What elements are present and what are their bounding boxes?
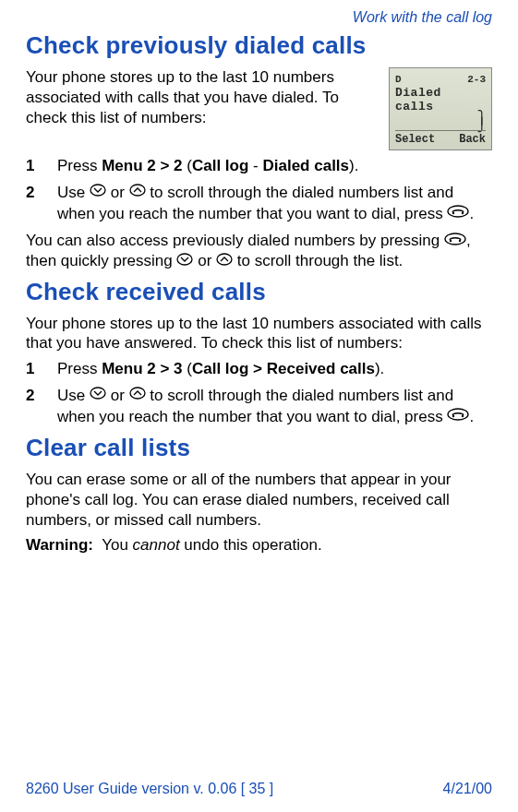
text-fragment: You bbox=[102, 536, 132, 554]
text-fragment: Press bbox=[57, 157, 102, 174]
heading-dialed: Check previously dialed calls bbox=[26, 31, 492, 60]
lcd-cursor-bracket: ⎫⎭ bbox=[395, 114, 486, 129]
svg-point-8 bbox=[177, 254, 192, 265]
svg-point-10 bbox=[90, 388, 105, 399]
svg-point-2 bbox=[448, 206, 468, 217]
text-fragment: ). bbox=[349, 157, 358, 174]
text-fragment: Use bbox=[57, 387, 90, 404]
dialed-intro: Your phone stores up to the last 10 numb… bbox=[26, 67, 379, 127]
text-fragment: . bbox=[469, 205, 474, 222]
lcd-top-left: D bbox=[395, 74, 402, 85]
menu-item: Call log bbox=[192, 360, 248, 377]
warning-line: Warning: You cannot undo this operation. bbox=[26, 535, 492, 555]
lcd-top-right: 2-3 bbox=[467, 74, 486, 85]
scroll-down-icon bbox=[176, 251, 193, 271]
svg-point-7 bbox=[459, 239, 461, 241]
text-fragment: . bbox=[469, 408, 474, 425]
lcd-softkey-left: Select bbox=[395, 133, 435, 146]
warning-label: Warning: bbox=[26, 536, 93, 554]
text-fragment: or bbox=[198, 252, 216, 269]
svg-point-11 bbox=[130, 388, 145, 399]
running-header: Work with the call log bbox=[26, 9, 492, 26]
text-fragment: > bbox=[248, 360, 266, 377]
received-step-2: Use or to scroll through the dialed numb… bbox=[26, 386, 492, 428]
text-fragment: ). bbox=[375, 360, 384, 377]
lcd-softkey-right: Back bbox=[459, 133, 486, 146]
text-fragment: You can also access previously dialed nu… bbox=[26, 232, 444, 249]
menu-path: Menu 2 > 3 bbox=[102, 360, 182, 377]
menu-item: Call log bbox=[192, 157, 248, 174]
menu-path: Menu 2 > 2 bbox=[102, 157, 182, 174]
phone-lcd-figure: D 2-3 Dialed calls ⎫⎭ Select Back bbox=[389, 67, 492, 150]
scroll-down-icon bbox=[90, 385, 106, 406]
heading-received: Check received calls bbox=[26, 278, 492, 306]
svg-point-12 bbox=[448, 409, 468, 420]
text-fragment: or bbox=[111, 184, 129, 201]
text-fragment: - bbox=[248, 157, 262, 174]
text-fragment: Press bbox=[57, 360, 102, 377]
scroll-down-icon bbox=[90, 182, 106, 203]
talk-key-icon bbox=[447, 406, 469, 427]
svg-point-9 bbox=[217, 254, 232, 265]
svg-point-3 bbox=[452, 212, 454, 214]
menu-item: Received calls bbox=[267, 360, 375, 377]
received-step-1: Press Menu 2 > 3 (Call log > Received ca… bbox=[26, 359, 492, 380]
dialed-step-2: Use or to scroll through the dialed numb… bbox=[26, 183, 492, 225]
dialed-after-note: You can also access previously dialed nu… bbox=[26, 231, 492, 272]
scroll-up-icon bbox=[216, 251, 233, 271]
svg-point-1 bbox=[130, 185, 145, 196]
scroll-up-icon bbox=[129, 182, 146, 203]
svg-point-14 bbox=[462, 415, 464, 417]
emphasis-cannot: cannot bbox=[133, 536, 180, 554]
text-fragment: or bbox=[111, 387, 129, 404]
svg-point-13 bbox=[452, 415, 454, 417]
text-fragment: ( bbox=[183, 157, 192, 174]
dialed-step-1: Press Menu 2 > 2 (Call log - Dialed call… bbox=[26, 156, 492, 177]
text-fragment: Use bbox=[57, 184, 90, 201]
svg-point-5 bbox=[445, 233, 465, 245]
footer-left: 8260 User Guide version v. 0.06 [ 35 ] bbox=[26, 781, 273, 797]
talk-key-icon bbox=[444, 231, 466, 251]
text-fragment: ( bbox=[183, 360, 192, 377]
received-intro: Your phone stores up to the last 10 numb… bbox=[26, 314, 492, 354]
text-fragment: to scroll through the list. bbox=[237, 252, 404, 269]
svg-point-0 bbox=[90, 185, 105, 196]
heading-clear: Clear call lists bbox=[26, 434, 492, 462]
scroll-up-icon bbox=[129, 385, 146, 406]
svg-point-6 bbox=[450, 239, 452, 241]
clear-intro: You can erase some or all of the numbers… bbox=[26, 470, 492, 530]
svg-point-4 bbox=[462, 212, 464, 214]
lcd-line: Dialed calls bbox=[395, 86, 486, 113]
menu-item: Dialed calls bbox=[262, 157, 349, 174]
talk-key-icon bbox=[447, 203, 469, 224]
text-fragment: undo this operation. bbox=[180, 536, 322, 554]
footer-right: 4/21/00 bbox=[443, 781, 492, 797]
